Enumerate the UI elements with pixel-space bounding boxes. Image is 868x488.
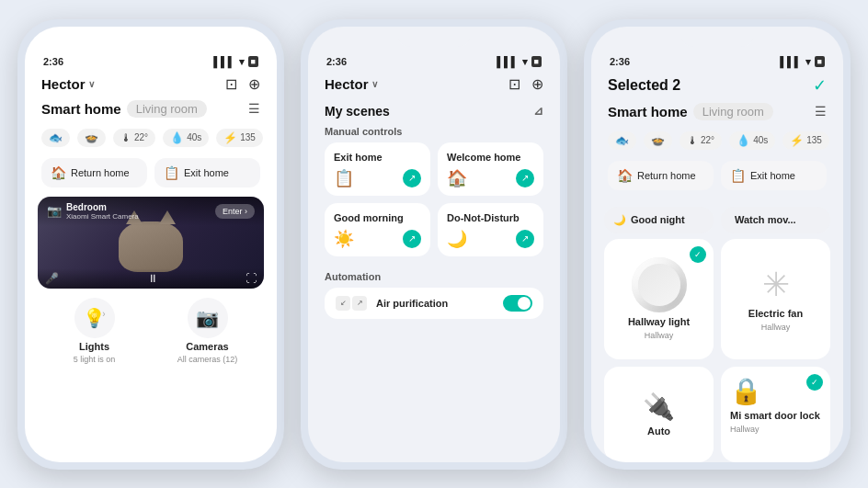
return-home-btn-3[interactable]: 🏠 Return home [608,161,714,190]
good-night-btn[interactable]: 🌙 Good night [604,207,714,233]
user-name-1[interactable]: Hector ∨ [41,76,95,92]
enter-btn[interactable]: Enter › [215,204,255,219]
status-bar-1: 2:36 ▌▌▌ ▾ ■ [25,47,277,72]
device-electric-fan[interactable]: ✳ Electric fan Hallway [721,239,830,359]
camera-overlay-header: 📷 Bedroom Xiaomi Smart Camera Enter › [38,197,264,226]
auto-arrows: ↙ ↗ [336,296,367,311]
check-confirm-icon[interactable]: ✓ [813,75,827,96]
status-bar-2: 2:36 ▌▌▌ ▾ ■ [308,47,560,72]
welcome-home-emoji: 🏠 [447,168,467,188]
exit-home-teal-btn[interactable]: ↗ [403,169,421,187]
device-door-lock[interactable]: ✓ 🔒 Mi smart door lock Hallway [721,367,830,462]
scene-row-2: 🌙 Good night Watch mov... [591,207,843,239]
phone-3-screen: 2:36 ▌▌▌ ▾ ■ Selected 2 ✓ Smart home Liv… [591,27,843,462]
wifi-icon-3: ▾ [805,56,811,68]
tab-row-3: Smart home Living room ☰ [591,103,843,128]
exit-home-icon-row: 📋 ↗ [334,168,421,188]
stat-pot: 🍲 [77,129,106,147]
scene-exit-home[interactable]: Exit home 📋 ↗ [325,142,430,196]
camera-info: Bedroom Xiaomi Smart Camera [66,202,139,221]
device-grid: ✓ Hallway light Hallway ✳ Electric fan H… [591,239,843,462]
scene-welcome-home[interactable]: Welcome home 🏠 ↗ [438,142,543,196]
phone-1: 2:36 ▌▌▌ ▾ ■ Hector ∨ ⊡ ⊕ Smart home Liv… [17,19,284,470]
selected-header: Selected 2 ✓ [591,72,843,103]
scene-dnd[interactable]: Do-Not-Disturb 🌙 ↗ [438,203,543,256]
chevron-down-icon-1: ∨ [88,79,95,89]
scene-good-morning[interactable]: Good morning ☀️ ↗ [325,203,430,256]
menu-icon-1[interactable]: ☰ [248,101,260,116]
dnd-teal-btn[interactable]: ↗ [516,230,534,248]
message-icon-1[interactable]: ⊡ [225,75,237,93]
stat-water-3: 💧40s [729,131,775,150]
good-morning-teal-btn[interactable]: ↗ [403,230,421,248]
automation-section: Automation ↙ ↗ Air purification [308,271,560,319]
add-icon-1[interactable]: ⊕ [248,75,260,93]
lock-check-badge: ✓ [806,374,823,391]
filter-icon[interactable]: ⊿ [533,104,543,118]
wifi-icon-2: ▾ [522,56,528,68]
cameras-icon-circle: 📷 [188,298,228,338]
selected-title: Selected 2 [608,77,680,94]
message-icon-2[interactable]: ⊡ [508,75,520,93]
arrow-right: ↗ [352,296,367,311]
category-cameras[interactable]: 📷 › Cameras All cameras (12) [151,298,264,364]
cat-image [119,221,183,272]
automation-label: Automation [325,271,543,282]
exit-home-btn[interactable]: 📋 Exit home [154,158,260,187]
scene-grid: Exit home 📋 ↗ Welcome home 🏠 ↗ Good morn… [325,142,543,256]
device-auto[interactable]: 🔌 Auto [604,367,714,462]
quick-stats-1: 🐟 🍲 🌡22° 💧40s ⚡135 [25,125,277,154]
signal-icon-3: ▌▌▌ [780,56,801,67]
fullscreen-icon[interactable]: ⛶ [246,272,257,285]
quick-stats-3: 🐟 🍲 🌡22° 💧40s ⚡135 [591,128,843,157]
tab-living-room-3[interactable]: Living room [693,103,773,120]
stat-power-3: ⚡135 [782,131,829,150]
manual-controls-label: Manual controls [325,126,543,137]
user-name-2[interactable]: Hector ∨ [325,76,378,92]
category-lights[interactable]: 💡 › Lights 5 light is on [38,298,151,364]
signal-icon-2: ▌▌▌ [497,56,518,67]
status-bar-3: 2:36 ▌▌▌ ▾ ■ [591,47,843,72]
tab-living-room-1[interactable]: Living room [127,100,207,118]
pause-icon[interactable]: ⏸ [147,272,158,285]
dnd-icon-row: 🌙 ↗ [447,229,534,249]
exit-home-btn-3[interactable]: 📋 Exit home [721,161,827,190]
status-icons-2: ▌▌▌ ▾ ■ [497,56,542,68]
scene-btns-3: 🏠 Return home 📋 Exit home [591,157,843,199]
header-1: Hector ∨ ⊡ ⊕ [25,72,277,100]
notch-3 [680,27,754,47]
good-morning-emoji: ☀️ [334,229,354,249]
return-home-btn[interactable]: 🏠 Return home [41,158,147,187]
menu-icon-3[interactable]: ☰ [815,104,827,119]
stat-pot-3: 🍲 [644,131,672,150]
camera-block[interactable]: 📷 Bedroom Xiaomi Smart Camera Enter › 🎤 … [38,197,264,289]
dial-inner [638,264,680,306]
status-icons-3: ▌▌▌ ▾ ■ [780,56,825,68]
battery-icon-2: ■ [531,56,542,67]
welcome-home-teal-btn[interactable]: ↗ [516,169,534,187]
dial-circle[interactable] [632,257,687,312]
welcome-home-icon-row: 🏠 ↗ [447,168,534,188]
watch-movie-btn[interactable]: Watch mov... [721,207,830,233]
lights-arrow: › [102,309,105,319]
auto-item-left: ↙ ↗ Air purification [336,296,448,311]
header-2: Hector ∨ ⊡ ⊕ [308,72,560,100]
camera-title-area: 📷 Bedroom Xiaomi Smart Camera [47,202,139,221]
fan-icon: ✳ [762,266,790,304]
tab-smart-home-3[interactable]: Smart home [608,104,688,119]
stat-temp-3: 🌡22° [680,131,722,150]
lights-icon-circle: 💡 [74,298,115,338]
device-hallway-light[interactable]: ✓ Hallway light Hallway [604,239,714,359]
add-icon-2[interactable]: ⊕ [531,75,543,93]
mic-icon[interactable]: 🎤 [45,272,59,285]
auto-item-air[interactable]: ↙ ↗ Air purification [325,288,543,319]
time-2: 2:36 [326,56,347,67]
header-actions-2: ⊡ ⊕ [508,75,543,93]
camera-controls: 🎤 ⏸ ⛶ [38,268,264,289]
wifi-icon-1: ▾ [239,56,245,68]
toggle-air-purification[interactable] [503,295,532,312]
good-morning-icon-row: ☀️ ↗ [334,229,421,249]
signal-icon-1: ▌▌▌ [213,56,234,67]
tab-smart-home-1[interactable]: Smart home [41,101,121,117]
battery-icon-1: ■ [248,56,258,67]
